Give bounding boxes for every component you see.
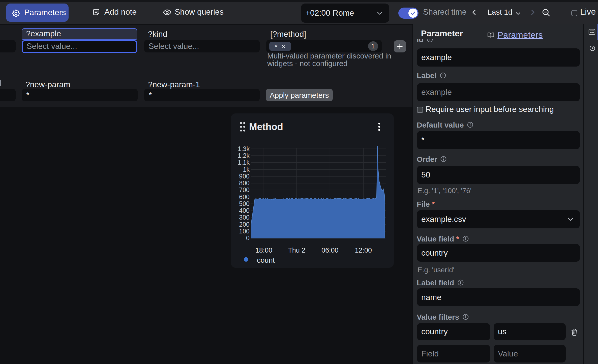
svg-text:1k: 1k [243,166,250,173]
svg-text:200: 200 [239,221,250,228]
svg-text:1.3k: 1.3k [238,145,250,152]
svg-text:1.2k: 1.2k [238,152,250,159]
svg-text:0: 0 [246,234,250,241]
svg-text:1.1k: 1.1k [238,159,250,166]
svg-text:900: 900 [239,173,250,180]
svg-text:Thu 2: Thu 2 [288,247,305,254]
svg-text:100: 100 [239,228,250,235]
svg-text:300: 300 [239,214,250,221]
svg-text:600: 600 [239,193,250,200]
svg-text:800: 800 [239,179,250,187]
svg-text:400: 400 [239,207,250,214]
svg-text:500: 500 [239,200,250,207]
svg-text:06:00: 06:00 [321,247,339,254]
svg-text:18:00: 18:00 [255,247,273,254]
svg-text:700: 700 [239,186,250,193]
svg-text:12:00: 12:00 [355,247,372,254]
